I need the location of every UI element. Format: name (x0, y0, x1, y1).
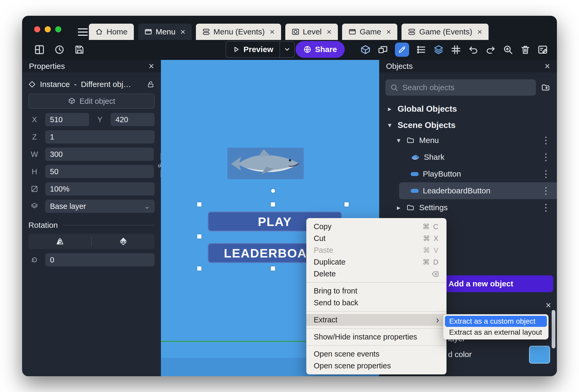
search-input[interactable] (402, 83, 531, 92)
menu-item-duplicate[interactable]: Duplicate ⌘ D (306, 256, 446, 268)
opacity-row (28, 182, 155, 195)
menu-item-bring-to-front[interactable]: Bring to front (306, 285, 446, 297)
rotation-handle[interactable] (271, 189, 275, 193)
height-field[interactable] (45, 165, 154, 178)
menu-item-delete[interactable]: Delete (306, 268, 446, 280)
selection-handle-sw[interactable] (197, 266, 201, 271)
menu-item-send-to-back[interactable]: Send to back (306, 297, 446, 309)
kebab-menu-icon[interactable]: ⋮ (541, 168, 551, 179)
tab-game-events[interactable]: Game (Events) × (402, 24, 488, 40)
width-field[interactable] (45, 148, 154, 161)
undo-icon[interactable] (468, 44, 479, 55)
tab-menu[interactable]: Menu × (138, 24, 192, 40)
tree-row-shark[interactable]: Shark ⋮ (379, 149, 557, 166)
tab-home[interactable]: Home (89, 24, 134, 40)
share-label: Share (315, 45, 337, 54)
trash-icon[interactable] (520, 44, 531, 55)
close-icon[interactable]: × (149, 61, 154, 71)
z-row: Z (28, 130, 155, 143)
y-field[interactable] (111, 113, 155, 126)
flip-horizontal-button[interactable] (28, 237, 91, 246)
menu-item-show-hide-instance-properties[interactable]: Show/Hide instance properties (306, 331, 446, 343)
tree-row-menu-folder[interactable]: ▾ Menu ⋮ (379, 132, 557, 149)
new-folder-icon[interactable] (541, 83, 551, 92)
menu-item-open-scene-events[interactable]: Open scene events (306, 348, 446, 360)
triangle-down-icon: ▾ (395, 136, 402, 145)
kebab-menu-icon[interactable]: ⋮ (541, 152, 551, 163)
extract-submenu: Extract as a custom object Extract as an… (443, 314, 548, 339)
selection-handle-ne[interactable] (344, 202, 349, 207)
triangle-right-icon: ▸ (387, 105, 393, 113)
zoom-icon[interactable] (503, 44, 513, 55)
tab-close-icon[interactable]: × (270, 28, 275, 36)
preview-split-button: Preview (226, 41, 295, 58)
grid-icon[interactable] (451, 44, 461, 55)
history-icon[interactable] (54, 44, 65, 55)
close-icon[interactable]: × (545, 61, 550, 71)
menu-item-open-scene-properties[interactable]: Open scene properties (306, 360, 446, 372)
selection-handle-s[interactable] (271, 266, 275, 271)
panels-layout-icon[interactable] (34, 44, 45, 55)
close-window-button[interactable] (34, 26, 40, 32)
lock-icon[interactable] (147, 80, 155, 88)
submenu-item-extract-external-layout[interactable]: Extract as an external layout (445, 327, 547, 338)
global-objects-group[interactable]: ▸ Global Objects (379, 102, 557, 116)
selection-handle-w[interactable] (197, 234, 201, 239)
minimize-window-button[interactable] (45, 26, 51, 32)
x-field[interactable] (45, 113, 89, 126)
opacity-field[interactable] (45, 182, 155, 195)
size-fields: W H (28, 143, 154, 178)
kebab-menu-icon[interactable]: ⋮ (541, 202, 551, 213)
submenu-item-extract-custom-object[interactable]: Extract as a custom object (445, 316, 547, 327)
kebab-menu-icon[interactable]: ⋮ (541, 185, 551, 196)
tree-row-playbutton[interactable]: PlayButton ⋮ (379, 166, 557, 182)
instances-list-icon[interactable] (416, 44, 426, 55)
tab-close-icon[interactable]: × (477, 28, 482, 36)
menu-item-copy[interactable]: Copy ⌘ C (306, 221, 446, 233)
edit-tool-button[interactable] (395, 43, 409, 57)
close-icon[interactable]: × (546, 301, 551, 310)
selection-handle-nw[interactable] (197, 202, 201, 207)
menu-item-cut[interactable]: Cut ⌘ X (306, 233, 446, 244)
main-menu-icon[interactable] (78, 28, 88, 36)
global-objects-label: Global Objects (398, 104, 457, 114)
menu-item-label: Delete (314, 270, 336, 278)
play-icon (232, 46, 240, 53)
flip-vertical-button[interactable] (92, 237, 155, 246)
redo-icon[interactable] (485, 44, 496, 55)
shark-sprite[interactable] (227, 148, 304, 179)
tree-row-settings-folder[interactable]: ▸ Settings ⋮ (379, 199, 557, 216)
tab-menu-events[interactable]: Menu (Events) × (196, 24, 281, 40)
selection-handle-n[interactable] (271, 202, 275, 207)
zoom-window-button[interactable] (55, 26, 61, 32)
layer-select[interactable]: Base layer ⌄ (45, 200, 155, 213)
angle-field[interactable] (45, 253, 155, 266)
menu-item-shortcut: ⌘ C (423, 223, 439, 231)
save-icon[interactable] (74, 44, 85, 55)
preview-button[interactable]: Preview (226, 42, 280, 57)
menu-item-extract[interactable]: Extract › (306, 314, 446, 326)
tab-label: Game (Events) (419, 27, 472, 36)
z-field[interactable] (45, 130, 155, 143)
tab-level[interactable]: Level × (285, 24, 338, 40)
objects-group-icon[interactable] (378, 44, 388, 55)
size-rows: W H (28, 143, 155, 178)
background-color-swatch[interactable] (529, 346, 550, 364)
scene-objects-group[interactable]: ▾ Scene Objects (379, 118, 557, 132)
kebab-menu-icon[interactable]: ⋮ (541, 135, 551, 146)
preview-dropdown-button[interactable] (280, 42, 294, 57)
toolbar-right-group (360, 41, 548, 58)
events-icon (202, 28, 210, 36)
layers-icon[interactable] (433, 44, 444, 55)
tab-close-icon[interactable]: × (327, 28, 332, 36)
tab-close-icon[interactable]: × (386, 28, 391, 36)
tab-game[interactable]: Game × (342, 24, 397, 40)
tree-row-leaderboardbutton[interactable]: LeaderboardButton ⋮ (379, 182, 557, 199)
cube-3d-icon[interactable] (360, 44, 371, 55)
edit-properties-icon[interactable] (537, 44, 548, 55)
scrollbar-thumb[interactable] (552, 310, 555, 348)
properties-body: Instance - Different obj… Edit object X … (22, 73, 161, 266)
edit-object-button[interactable]: Edit object (28, 94, 155, 109)
share-button[interactable]: Share (296, 41, 345, 58)
tab-close-icon[interactable]: × (180, 28, 185, 36)
